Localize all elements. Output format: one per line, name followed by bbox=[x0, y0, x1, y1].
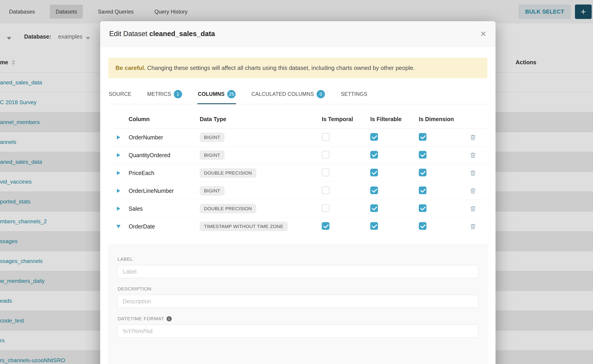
data-type-pill: BIGINT bbox=[200, 186, 224, 195]
delete-column-icon[interactable] bbox=[470, 187, 476, 194]
description-field-label: DESCRIPTION bbox=[118, 286, 478, 292]
header-is-dimension: Is Dimension bbox=[419, 116, 467, 123]
modal-tab[interactable]: COLUMNS 25 bbox=[198, 85, 236, 104]
tab-count-badge: 1 bbox=[174, 90, 182, 98]
label-field: LABEL bbox=[118, 256, 478, 278]
caret-icon bbox=[117, 207, 120, 211]
label-field-label: LABEL bbox=[118, 256, 478, 262]
tab-label: CALCULATED COLUMNS bbox=[251, 91, 314, 97]
caret-icon bbox=[116, 225, 120, 228]
is-dimension-checkbox[interactable] bbox=[419, 204, 427, 212]
caret-icon bbox=[117, 135, 120, 139]
caret-icon bbox=[117, 189, 120, 193]
is-temporal-checkbox[interactable] bbox=[322, 187, 329, 194]
column-name: OrderDate bbox=[129, 223, 200, 230]
expand-toggle[interactable] bbox=[108, 153, 129, 157]
close-icon[interactable]: ✕ bbox=[480, 30, 487, 38]
delete-column-icon[interactable] bbox=[470, 134, 476, 141]
modal-title: Edit Dataset cleaned_sales_data bbox=[109, 30, 215, 38]
expand-toggle[interactable] bbox=[108, 171, 129, 175]
data-type-pill: BIGINT bbox=[200, 150, 224, 160]
is-dimension-checkbox[interactable] bbox=[419, 151, 427, 159]
data-type-pill: BIGINT bbox=[200, 133, 224, 142]
is-temporal-checkbox[interactable] bbox=[322, 133, 329, 141]
warning-banner: Be careful. Changing these settings will… bbox=[108, 58, 488, 78]
modal-tab[interactable]: METRICS 1 bbox=[147, 85, 183, 104]
caret-icon bbox=[117, 171, 120, 175]
expand-toggle[interactable] bbox=[108, 135, 129, 139]
modal-tab[interactable]: SETTINGS bbox=[340, 85, 368, 104]
description-input[interactable] bbox=[118, 295, 478, 308]
is-filterable-checkbox[interactable] bbox=[370, 187, 378, 194]
is-filterable-checkbox[interactable] bbox=[370, 151, 378, 159]
header-is-temporal: Is Temporal bbox=[322, 116, 370, 123]
expand-toggle[interactable] bbox=[108, 207, 129, 211]
delete-column-icon[interactable] bbox=[470, 223, 476, 230]
column-table-body: OrderNumber BIGINT QuantityOrdered BIGIN… bbox=[108, 129, 488, 235]
delete-column-icon[interactable] bbox=[470, 152, 476, 159]
column-row: QuantityOrdered BIGINT bbox=[108, 146, 488, 164]
tab-count-badge: 25 bbox=[227, 90, 236, 98]
datetime-format-field: DATETIME FORMAT i bbox=[118, 316, 478, 338]
column-row: Sales DOUBLE PRECISION bbox=[108, 200, 488, 218]
column-row: OrderDate TIMESTAMP WITHOUT TIME ZONE bbox=[108, 218, 488, 235]
is-temporal-checkbox[interactable] bbox=[322, 222, 329, 230]
tab-count-badge: 0 bbox=[316, 90, 325, 98]
is-temporal-checkbox[interactable] bbox=[322, 204, 329, 212]
data-type-pill: TIMESTAMP WITHOUT TIME ZONE bbox=[200, 222, 288, 231]
tab-label: SETTINGS bbox=[341, 91, 367, 97]
is-dimension-checkbox[interactable] bbox=[419, 222, 427, 230]
modal-body: Be careful. Changing these settings will… bbox=[100, 46, 495, 364]
warning-text: Changing these settings will affect all … bbox=[147, 65, 415, 71]
is-dimension-checkbox[interactable] bbox=[419, 187, 427, 194]
column-name: OrderNumber bbox=[129, 134, 200, 141]
expand-toggle[interactable] bbox=[108, 189, 129, 193]
datetime-format-input[interactable] bbox=[118, 325, 478, 338]
header-is-filterable: Is Filterable bbox=[370, 116, 419, 123]
is-temporal-checkbox[interactable] bbox=[322, 151, 329, 159]
is-filterable-checkbox[interactable] bbox=[370, 169, 378, 176]
info-icon[interactable]: i bbox=[166, 316, 172, 321]
header-data-type: Data Type bbox=[200, 116, 322, 123]
warning-bold-text: Be careful. bbox=[116, 65, 145, 71]
column-row: PriceEach DOUBLE PRECISION bbox=[108, 164, 488, 182]
delete-column-icon[interactable] bbox=[470, 169, 476, 176]
edit-dataset-modal: Edit Dataset cleaned_sales_data ✕ Be car… bbox=[100, 21, 495, 364]
modal-tab[interactable]: SOURCE bbox=[108, 85, 132, 104]
is-filterable-checkbox[interactable] bbox=[370, 133, 378, 141]
column-name: Sales bbox=[129, 205, 200, 212]
data-type-pill: DOUBLE PRECISION bbox=[200, 168, 256, 178]
modal-title-dataset-name: cleaned_sales_data bbox=[149, 30, 215, 38]
header-column: Column bbox=[129, 116, 200, 123]
description-field: DESCRIPTION bbox=[118, 286, 478, 308]
tab-label: METRICS bbox=[147, 91, 171, 97]
is-dimension-checkbox[interactable] bbox=[419, 133, 427, 141]
column-table-header: Column Data Type Is Temporal Is Filterab… bbox=[108, 104, 488, 129]
column-row: OrderLineNumber BIGINT bbox=[108, 182, 488, 200]
is-filterable-checkbox[interactable] bbox=[370, 204, 378, 212]
caret-icon bbox=[117, 153, 120, 157]
datetime-format-label: DATETIME FORMAT bbox=[118, 316, 164, 321]
column-detail-panel: LABEL DESCRIPTION DATETIME FORMAT i bbox=[108, 244, 488, 364]
is-temporal-checkbox[interactable] bbox=[322, 169, 329, 176]
column-name: PriceEach bbox=[129, 170, 200, 176]
tab-label: SOURCE bbox=[109, 91, 131, 97]
modal-tab[interactable]: CALCULATED COLUMNS 0 bbox=[251, 85, 325, 104]
column-name: QuantityOrdered bbox=[129, 152, 200, 159]
column-row: OrderNumber BIGINT bbox=[108, 129, 488, 146]
is-dimension-checkbox[interactable] bbox=[419, 169, 427, 176]
delete-column-icon[interactable] bbox=[470, 205, 476, 212]
modal-header: Edit Dataset cleaned_sales_data ✕ bbox=[100, 21, 495, 46]
is-filterable-checkbox[interactable] bbox=[370, 222, 378, 230]
tab-label: COLUMNS bbox=[198, 91, 224, 97]
data-type-pill: DOUBLE PRECISION bbox=[200, 204, 256, 213]
label-input[interactable] bbox=[118, 265, 478, 278]
modal-tabs: SOURCE METRICS 1 COLUMNS 25 CALCULATED C… bbox=[108, 85, 488, 104]
column-name: OrderLineNumber bbox=[129, 188, 200, 194]
modal-title-prefix: Edit Dataset bbox=[109, 30, 147, 38]
expand-toggle[interactable] bbox=[108, 225, 129, 228]
